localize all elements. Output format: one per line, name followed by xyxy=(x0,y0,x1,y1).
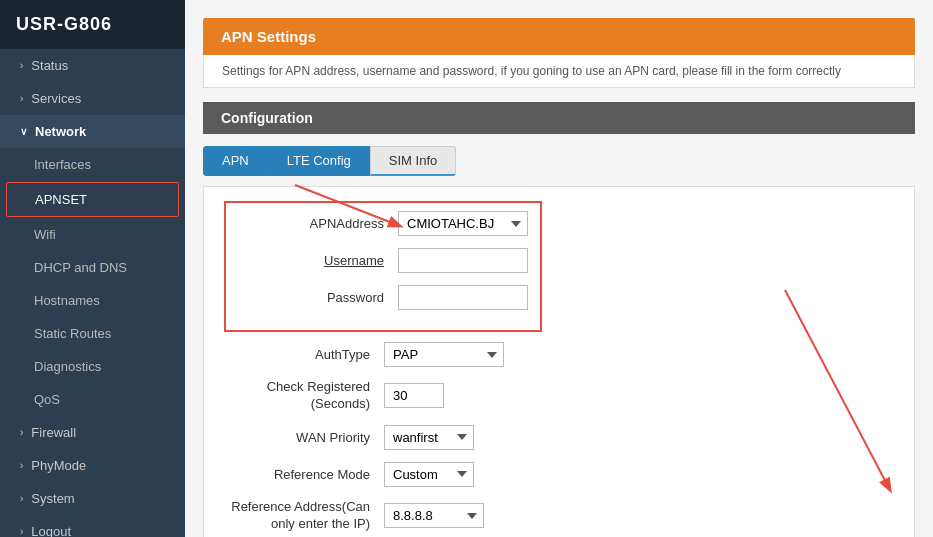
sidebar-item-label: QoS xyxy=(34,392,60,407)
sidebar-item-label: DHCP and DNS xyxy=(34,260,127,275)
sidebar-item-qos[interactable]: QoS xyxy=(0,383,185,416)
auth-type-row: AuthType PAP CHAP None xyxy=(224,342,894,367)
check-registered-row: Check Registered (Seconds) xyxy=(224,379,894,413)
username-input[interactable] xyxy=(398,248,528,273)
sidebar-item-status[interactable]: › Status xyxy=(0,49,185,82)
chevron-right-icon: › xyxy=(20,427,23,438)
reference-mode-row: Reference Mode Custom Default xyxy=(224,462,894,487)
sidebar-item-label: Hostnames xyxy=(34,293,100,308)
apn-settings-header: APN Settings xyxy=(203,18,915,55)
sidebar-item-hostnames[interactable]: Hostnames xyxy=(0,284,185,317)
password-input[interactable] xyxy=(398,285,528,310)
tab-sim-info[interactable]: SIM Info xyxy=(370,146,456,176)
sidebar-item-firewall[interactable]: › Firewall xyxy=(0,416,185,449)
reference-address-select[interactable]: 8.8.8.8 xyxy=(384,503,484,528)
sidebar-item-diagnostics[interactable]: Diagnostics xyxy=(0,350,185,383)
chevron-down-icon: ∨ xyxy=(20,126,27,137)
chevron-right-icon: › xyxy=(20,526,23,537)
wan-priority-label: WAN Priority xyxy=(224,430,384,445)
tab-apn[interactable]: APN xyxy=(203,146,268,176)
apn-address-row: APNAddress CMIOTAHC.BJ xyxy=(238,211,528,236)
sidebar-item-dhcp-dns[interactable]: DHCP and DNS xyxy=(0,251,185,284)
sidebar-item-label: Diagnostics xyxy=(34,359,101,374)
tab-bar: APN LTE Config SIM Info xyxy=(203,146,915,176)
sidebar-item-system[interactable]: › System xyxy=(0,482,185,515)
sidebar-item-label: Logout xyxy=(31,524,71,537)
sidebar-item-label: Services xyxy=(31,91,81,106)
reference-address-label: Reference Address(Can only enter the IP) xyxy=(224,499,384,533)
sidebar-logo: USR-G806 xyxy=(0,0,185,49)
main-content: APN Settings Settings for APN address, u… xyxy=(185,0,933,537)
reference-mode-label: Reference Mode xyxy=(224,467,384,482)
sidebar-item-apnset[interactable]: APNSET xyxy=(6,182,179,217)
sidebar-item-label: Firewall xyxy=(31,425,76,440)
username-row: Username xyxy=(238,248,528,273)
sidebar-item-logout[interactable]: › Logout xyxy=(0,515,185,537)
wan-priority-row: WAN Priority wanfirst wanonly xyxy=(224,425,894,450)
tab-lte-config[interactable]: LTE Config xyxy=(268,146,370,176)
apn-address-label: APNAddress xyxy=(238,216,398,231)
username-label: Username xyxy=(238,253,398,268)
sidebar-item-label: Interfaces xyxy=(34,157,91,172)
sidebar-item-wifi[interactable]: Wifi xyxy=(0,218,185,251)
wan-priority-select[interactable]: wanfirst wanonly xyxy=(384,425,474,450)
form-area: APNAddress CMIOTAHC.BJ Username Password… xyxy=(203,186,915,537)
auth-type-label: AuthType xyxy=(224,347,384,362)
chevron-right-icon: › xyxy=(20,493,23,504)
sidebar-item-static-routes[interactable]: Static Routes xyxy=(0,317,185,350)
reference-mode-select[interactable]: Custom Default xyxy=(384,462,474,487)
check-registered-label: Check Registered (Seconds) xyxy=(224,379,384,413)
sidebar-item-label: PhyMode xyxy=(31,458,86,473)
config-header: Configuration xyxy=(203,102,915,134)
chevron-right-icon: › xyxy=(20,460,23,471)
reference-address-row: Reference Address(Can only enter the IP)… xyxy=(224,499,894,533)
chevron-right-icon: › xyxy=(20,60,23,71)
sidebar-item-label: Static Routes xyxy=(34,326,111,341)
sidebar-item-label: Status xyxy=(31,58,68,73)
sidebar-item-phymode[interactable]: › PhyMode xyxy=(0,449,185,482)
sidebar-item-network[interactable]: ∨ Network xyxy=(0,115,185,148)
sidebar-item-interfaces[interactable]: Interfaces xyxy=(0,148,185,181)
password-label: Password xyxy=(238,290,398,305)
apn-address-select[interactable]: CMIOTAHC.BJ xyxy=(398,211,528,236)
sidebar-item-label: Wifi xyxy=(34,227,56,242)
chevron-right-icon: › xyxy=(20,93,23,104)
sidebar: USR-G806 › Status › Services ∨ Network I… xyxy=(0,0,185,537)
sidebar-item-label: System xyxy=(31,491,74,506)
auth-type-select[interactable]: PAP CHAP None xyxy=(384,342,504,367)
sidebar-item-label: APNSET xyxy=(35,192,87,207)
apn-description: Settings for APN address, username and p… xyxy=(203,55,915,88)
password-row: Password xyxy=(238,285,528,310)
sidebar-item-label: Network xyxy=(35,124,86,139)
check-registered-input[interactable] xyxy=(384,383,444,408)
sidebar-item-services[interactable]: › Services xyxy=(0,82,185,115)
